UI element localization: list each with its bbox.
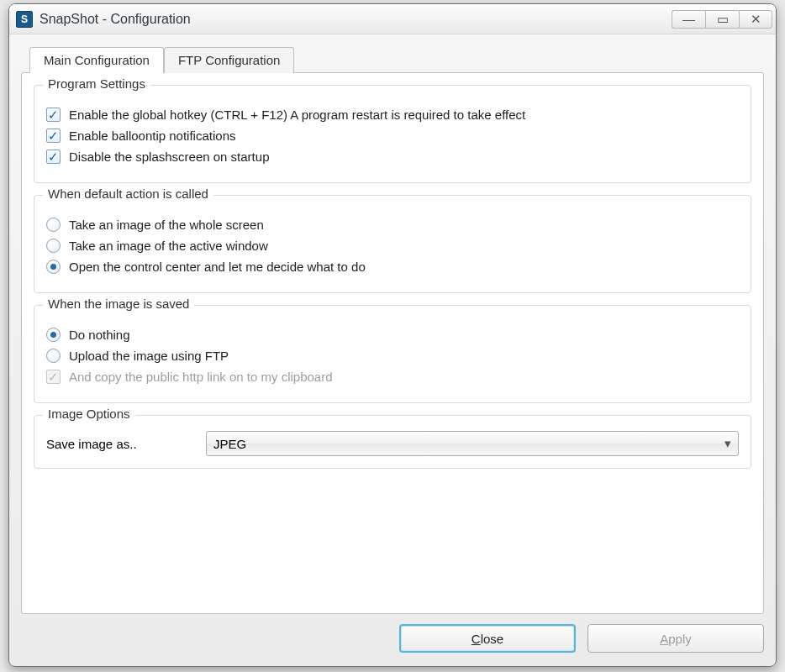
radio-label[interactable]: Upload the image using FTP xyxy=(69,349,229,363)
group-legend: When the image is saved xyxy=(43,297,194,311)
checkbox-label[interactable]: Enable the global hotkey (CTRL + F12) A … xyxy=(69,108,525,122)
group-default-action: When default action is called Take an im… xyxy=(34,195,751,293)
tab-ftp-configuration[interactable]: FTP Configuration xyxy=(164,47,294,73)
titlebar: S SnapShot - Configuration — ▭ ✕ xyxy=(9,4,776,34)
window-controls: — ▭ ✕ xyxy=(672,10,772,29)
radio-control-center[interactable] xyxy=(46,260,61,274)
minimize-icon: — xyxy=(682,12,695,26)
radio-row: Upload the image using FTP xyxy=(46,349,739,363)
tab-main-configuration[interactable]: Main Configuration xyxy=(29,47,164,73)
tabpage-main: Program Settings ✓ Enable the global hot… xyxy=(21,72,764,614)
window-title: SnapShot - Configuration xyxy=(40,12,672,27)
group-image-options: Image Options Save image as.. JPEG ▾ xyxy=(34,415,751,469)
checkbox-label[interactable]: Disable the splashscreen on startup xyxy=(69,150,269,164)
radio-label[interactable]: Take an image of the whole screen xyxy=(69,218,264,232)
tab-label: FTP Configuration xyxy=(178,53,280,67)
checkbox-copy-link: ✓ xyxy=(46,370,61,384)
checkbox-row: ✓ Disable the splashscreen on startup xyxy=(46,150,739,164)
radio-dot xyxy=(50,332,56,338)
maximize-button[interactable]: ▭ xyxy=(705,10,739,29)
group-when-saved: When the image is saved Do nothing Uploa… xyxy=(34,305,751,403)
checkbox-enable-balloontip[interactable]: ✓ xyxy=(46,129,61,143)
radio-whole-screen[interactable] xyxy=(46,218,61,232)
select-value: JPEG xyxy=(213,437,246,451)
maximize-icon: ▭ xyxy=(717,12,729,27)
close-window-button[interactable]: ✕ xyxy=(739,10,772,29)
image-format-select[interactable]: JPEG ▾ xyxy=(206,431,739,456)
checkbox-enable-hotkey[interactable]: ✓ xyxy=(46,108,61,122)
client-area: Main Configuration FTP Configuration Pro… xyxy=(21,46,764,653)
group-legend: Image Options xyxy=(43,407,135,421)
radio-do-nothing[interactable] xyxy=(46,328,61,342)
group-legend: Program Settings xyxy=(43,76,150,91)
apply-button: Apply xyxy=(587,624,764,653)
checkbox-row: ✓ And copy the public http link on to my… xyxy=(46,370,739,384)
group-legend: When default action is called xyxy=(43,186,213,201)
dialog-button-row: Close Apply xyxy=(21,624,764,653)
radio-active-window[interactable] xyxy=(46,239,61,253)
button-label: Apply xyxy=(660,632,692,646)
app-icon: S xyxy=(16,11,33,28)
checkbox-label[interactable]: Enable balloontip notifications xyxy=(69,129,235,143)
radio-row: Take an image of the active window xyxy=(46,239,739,253)
minimize-button[interactable]: — xyxy=(672,10,705,29)
radio-upload-ftp[interactable] xyxy=(46,349,61,363)
radio-dot xyxy=(50,264,56,270)
checkbox-row: ✓ Enable the global hotkey (CTRL + F12) … xyxy=(46,108,739,122)
checkbox-label: And copy the public http link on to my c… xyxy=(69,370,333,384)
config-window: S SnapShot - Configuration — ▭ ✕ Main Co… xyxy=(8,3,777,667)
checkbox-row: ✓ Enable balloontip notifications xyxy=(46,129,739,143)
close-button[interactable]: Close xyxy=(399,624,576,653)
radio-label[interactable]: Do nothing xyxy=(69,328,130,342)
check-icon: ✓ xyxy=(48,370,59,385)
radio-label[interactable]: Open the control center and let me decid… xyxy=(69,260,366,274)
chevron-down-icon: ▾ xyxy=(724,436,731,451)
image-format-row: Save image as.. JPEG ▾ xyxy=(46,431,739,456)
group-program-settings: Program Settings ✓ Enable the global hot… xyxy=(34,85,751,183)
check-icon: ✓ xyxy=(48,150,59,165)
tabstrip: Main Configuration FTP Configuration xyxy=(21,46,764,72)
radio-row: Take an image of the whole screen xyxy=(46,218,739,232)
radio-row: Open the control center and let me decid… xyxy=(46,260,739,274)
tab-label: Main Configuration xyxy=(44,53,150,67)
checkbox-disable-splash[interactable]: ✓ xyxy=(46,150,61,164)
radio-row: Do nothing xyxy=(46,328,739,342)
check-icon: ✓ xyxy=(48,108,59,123)
check-icon: ✓ xyxy=(48,129,59,144)
save-image-as-label: Save image as.. xyxy=(46,437,198,451)
button-label: Close xyxy=(472,632,503,646)
close-icon: ✕ xyxy=(751,12,761,27)
radio-label[interactable]: Take an image of the active window xyxy=(69,239,268,253)
